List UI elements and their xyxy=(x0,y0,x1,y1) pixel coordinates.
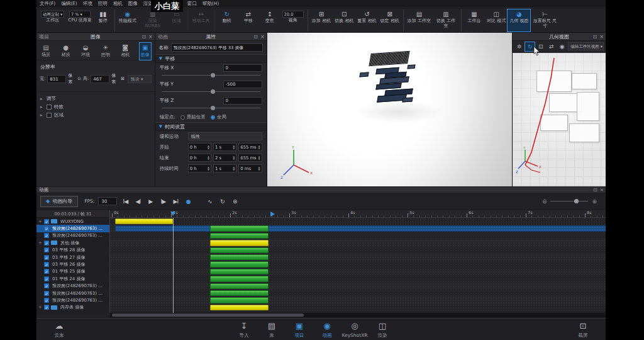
timeline-lane[interactable] xyxy=(110,290,606,297)
slider-value-input[interactable]: 0 xyxy=(223,97,262,105)
timeline-scrollbar[interactable] xyxy=(110,313,606,317)
ribbon-button[interactable]: ◫ 渲染 xyxy=(369,319,396,339)
track-checkbox[interactable]: ✓ xyxy=(44,255,49,260)
anchor-radio[interactable]: 原始位置 xyxy=(180,114,206,120)
playhead-marker[interactable] xyxy=(170,212,175,216)
transport-button[interactable]: ● xyxy=(184,198,192,205)
toolbar-dropdown[interactable]: 动画定制 ▾ xyxy=(41,11,64,18)
milliseconds-spinner[interactable]: 655 ms▲▼ xyxy=(238,154,262,162)
toolbar-button[interactable]: 7 % ▾ CPU 使用量 xyxy=(66,9,93,31)
project-tab[interactable]: ☀ 照明 xyxy=(100,43,111,60)
track-checkbox[interactable]: ✓ xyxy=(44,241,49,246)
toolbar-button[interactable]: ⊡ 切换 相机 xyxy=(333,9,355,31)
float-panel-icon[interactable]: ⊡ xyxy=(593,187,597,193)
menu-item[interactable]: 帮助(H) xyxy=(203,1,219,7)
toolbar-button[interactable]: ⊠ 锁定 相机 xyxy=(379,9,404,31)
ribbon-button[interactable]: ◉ 动画 xyxy=(313,319,341,339)
animation-bar[interactable] xyxy=(115,225,606,231)
model-part[interactable] xyxy=(407,65,415,69)
timeline-ruler[interactable]: 0s1s2s3s4s5s6s7s8s xyxy=(110,210,606,218)
track-checkbox[interactable]: ✓ xyxy=(44,291,49,296)
slider-handle[interactable] xyxy=(211,73,215,77)
toolbar-button[interactable]: ↕ 变焦 xyxy=(259,9,280,31)
zoom-in-icon[interactable]: ⊕ xyxy=(592,198,597,205)
toolbar-button[interactable]: ◕ 几何 视图 xyxy=(508,9,530,31)
time-section-header[interactable]: ▼ 时间设置 xyxy=(155,122,267,131)
model-part[interactable] xyxy=(402,97,413,102)
menu-item[interactable]: 环境 xyxy=(83,1,92,7)
ribbon-button[interactable]: ☁ 云库 xyxy=(45,319,73,339)
ribbon-button[interactable]: ⊡ 截屏 xyxy=(569,319,597,339)
animation-bar[interactable] xyxy=(210,225,269,231)
tree-row[interactable]: ▸ 区域 xyxy=(36,111,155,119)
timeline-zoom-slider[interactable] xyxy=(550,201,588,201)
model-part[interactable] xyxy=(369,51,409,67)
toolbar-button[interactable]: ↺ 重置 相机 xyxy=(355,9,378,31)
toolbar-button[interactable]: ▮▮ 暂停 xyxy=(94,9,115,31)
transport-button[interactable]: ⊛ xyxy=(230,198,239,205)
realtime-viewport[interactable]: Y X Z xyxy=(267,33,513,186)
close-panel-icon[interactable]: × xyxy=(148,33,153,41)
zoom-slider-handle[interactable] xyxy=(574,199,579,203)
timeline-lane[interactable] xyxy=(110,297,606,303)
slider[interactable] xyxy=(162,89,260,94)
track-checkbox[interactable]: ✓ xyxy=(44,269,49,274)
tree-row[interactable]: ▸ 特效 xyxy=(36,103,155,111)
toolbar-button[interactable]: ⊞ 添加 相机 xyxy=(310,9,333,31)
toolbar-button[interactable]: ▤ 添加 工作室 xyxy=(406,9,433,31)
animation-bar[interactable] xyxy=(210,247,269,253)
transport-button[interactable]: ↻ xyxy=(218,198,226,205)
track-row[interactable]: + ✓ 预设面(2482690763) ... xyxy=(36,232,109,239)
timeline-lane[interactable] xyxy=(110,275,606,282)
track-row[interactable]: + ✓ 预设面(2482690763) ... xyxy=(36,290,109,297)
toolbar-button[interactable]: ◫ 对比 模式 xyxy=(485,9,508,31)
toolbar-button[interactable]: ▦ 工作台 xyxy=(464,9,485,31)
preset-dropdown[interactable]: 预设 ▾ xyxy=(128,75,152,83)
slider-handle[interactable] xyxy=(211,89,215,94)
toolbar-button[interactable]: ↔ 移动工具 xyxy=(191,9,214,31)
animation-bar[interactable] xyxy=(210,290,269,296)
track-row[interactable]: + ✓ 预设面(2482690763) ... xyxy=(36,225,109,232)
timeline-lane[interactable] xyxy=(110,232,606,239)
timeline-lane[interactable] xyxy=(110,261,606,268)
track-checkbox[interactable]: ✓ xyxy=(44,298,49,303)
width-input[interactable]: 831 xyxy=(47,75,66,83)
tree-checkbox[interactable] xyxy=(47,105,52,110)
close-panel-icon[interactable]: × xyxy=(599,33,604,41)
animation-bar[interactable] xyxy=(115,218,173,224)
project-tab[interactable]: ◒ 环境 xyxy=(80,43,91,60)
transport-button[interactable]: ∿ xyxy=(205,198,214,205)
menu-item[interactable]: 编辑(E) xyxy=(61,1,77,7)
height-input[interactable]: 467 xyxy=(91,75,109,83)
animation-bar[interactable] xyxy=(210,283,269,289)
tree-row[interactable]: ▸ 调节 xyxy=(36,94,155,103)
expand-icon[interactable]: + xyxy=(38,219,42,224)
menu-item[interactable]: 照明 xyxy=(98,1,108,7)
seconds-spinner[interactable]: 2 s▲▼ xyxy=(213,154,236,162)
float-panel-icon[interactable]: ⊡ xyxy=(593,33,597,41)
toolbar-button[interactable]: ↻ 翻转 xyxy=(216,9,238,31)
close-panel-icon[interactable]: × xyxy=(260,33,265,41)
timeline-lane[interactable] xyxy=(110,304,606,311)
track-row[interactable]: + ✓ 03 平移 28 摄像 xyxy=(36,247,109,254)
toolbar-dropdown[interactable]: 7 % ▾ xyxy=(69,11,91,18)
track-row[interactable]: + ✓ 预设面(2482690763) ... xyxy=(36,283,109,290)
lock-icon[interactable]: ⊠ xyxy=(121,76,125,81)
hours-spinner[interactable]: 0 h▲▼ xyxy=(188,164,211,173)
fps-dropdown[interactable]: 30 xyxy=(98,197,117,205)
geometry-viewport[interactable]: Y X Z xyxy=(513,53,606,186)
model-part[interactable] xyxy=(359,72,369,77)
expand-arrow-icon[interactable]: ▸ xyxy=(40,96,44,101)
ribbon-button[interactable]: ↧ 导入 xyxy=(230,319,258,339)
expand-icon[interactable]: + xyxy=(38,305,42,310)
menu-item[interactable]: 文件(F) xyxy=(40,1,55,7)
project-tab[interactable]: ▣ 图像 xyxy=(140,43,151,60)
toolbar-button[interactable]: 动画定制 ▾ 工作区 xyxy=(39,9,66,31)
toolbar-dropdown[interactable]: 20.0 xyxy=(282,11,304,18)
toolbar-button[interactable]: ▭ 区域 xyxy=(167,9,189,31)
view-preset-dropdown[interactable]: 编辑工作区视图 ▾ xyxy=(568,42,604,50)
expand-arrow-icon[interactable]: ▸ xyxy=(40,105,44,110)
transport-button[interactable]: ◀Ⅰ xyxy=(133,198,142,205)
geometry-tool-icon[interactable]: ⇄ xyxy=(547,42,556,51)
ease-dropdown[interactable]: 线性 xyxy=(188,132,262,140)
